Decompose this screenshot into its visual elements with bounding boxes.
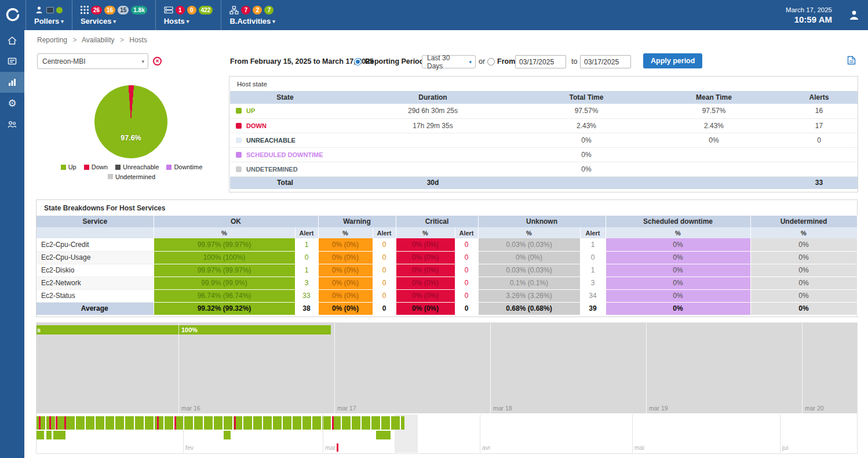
ok-percent-cell: 99.9% (99.9%) [154, 277, 295, 289]
from-date-input[interactable] [515, 55, 566, 68]
hosts-unreachable-badge[interactable]: 0 [187, 6, 196, 14]
sub-col: Alert [373, 227, 396, 238]
timeline-day-label: mar 19 [649, 405, 668, 412]
unknown-alert-cell: 34 [580, 289, 606, 302]
critical-percent-cell: 0% (0%) [396, 302, 455, 315]
centreon-reporting-page: Pollers▾ 26 16 15 1.8k Services▾ 1 0 422… [0, 0, 868, 458]
apply-period-button[interactable]: Apply period [643, 53, 702, 68]
services-unknown-badge[interactable]: 15 [118, 6, 129, 14]
total-label-cell: Total [230, 176, 340, 189]
mean-time-cell [647, 162, 781, 176]
breadcrumb-reporting[interactable]: Reporting [37, 36, 67, 44]
nav-hosts[interactable]: 1 0 422 Hosts▾ [155, 0, 221, 30]
nav-pollers[interactable]: Pollers▾ [25, 0, 72, 30]
unknown-percent-cell: 3.26% (3.26%) [478, 289, 580, 302]
mean-time-cell: 97.57% [647, 104, 781, 118]
critical-percent-cell: 0% (0%) [396, 251, 455, 264]
reporting-period-radio[interactable] [354, 58, 362, 66]
ba-ok-badge[interactable]: 7 [264, 6, 273, 14]
timeline-main-plot[interactable]: s 100% mar 16mar 17mar 18mar 19mar 20 [37, 323, 857, 413]
warning-alert-cell: 0 [373, 251, 396, 264]
sub-col: % [606, 227, 750, 238]
state-cell: UP [230, 104, 340, 118]
chevron-down-icon: ▾ [187, 19, 189, 24]
ok-percent-cell: 99.97% (99.97%) [154, 238, 295, 251]
critical-alert-cell: 0 [455, 302, 478, 315]
host-filter-select[interactable]: Centreon-MBI ▾ [37, 53, 148, 69]
down-event-line [64, 416, 66, 430]
timeline-gridline [323, 415, 323, 453]
state-cell: DOWN [230, 118, 340, 133]
sub-col: % [478, 227, 580, 238]
scheduled-downtime-cell: 0% [606, 238, 750, 251]
total-alerts-cell: 33 [781, 176, 858, 189]
col-alerts: Alerts [781, 91, 858, 104]
ok-percent-cell: 99.32% (99.32%) [154, 302, 295, 315]
unknown-alert-cell: 0 [580, 251, 606, 264]
clear-filter-icon[interactable]: ✕ [153, 57, 162, 66]
sidebar-item-reporting[interactable] [0, 72, 24, 93]
services-ok-badge[interactable]: 1.8k [131, 6, 147, 14]
mean-time-cell: 2.43% [647, 118, 781, 133]
alerts-cell: 17 [781, 118, 858, 133]
up-state-swatch [236, 108, 242, 114]
sidebar-item-administration[interactable] [0, 114, 24, 135]
chevron-down-icon: ▾ [141, 59, 144, 64]
host-state-title: Host state [229, 77, 858, 91]
timeline-day-label: mar 17 [337, 405, 356, 412]
service-breakdown-panel: State Breakdowns For Host Services Servi… [36, 199, 858, 317]
breadcrumb-availability[interactable]: Availability [82, 36, 114, 44]
sidebar-item-monitoring[interactable] [0, 51, 24, 72]
timeline-mini-plot[interactable]: fevmaravrmaijui [37, 415, 857, 453]
scheduled-downtime-swatch [236, 152, 242, 158]
timeline-gridline [480, 415, 480, 453]
ok-alert-cell: 0 [295, 251, 318, 264]
critical-percent-cell: 0% (0%) [396, 238, 455, 251]
undetermined-state-swatch [236, 166, 242, 172]
sidebar-item-configuration[interactable]: ⚙ [0, 93, 24, 114]
custom-period-radio[interactable] [487, 58, 495, 66]
warning-percent-cell: 0% (0%) [318, 251, 373, 264]
hosts-up-badge[interactable]: 422 [199, 6, 213, 14]
availability-pie[interactable] [94, 85, 167, 158]
breadcrumb: Reporting > Availability > Hosts [37, 36, 147, 44]
export-report-icon[interactable] [847, 56, 856, 67]
scheduled-downtime-cell: 0% [606, 302, 750, 315]
period-select[interactable]: Last 30 Days ▾ [422, 55, 476, 68]
timeline-day-label: mar 20 [805, 405, 824, 412]
col-critical: Critical [396, 216, 478, 227]
ba-critical-badge[interactable]: 7 [241, 6, 250, 14]
to-date-input[interactable] [580, 55, 631, 68]
hosts-down-badge[interactable]: 1 [176, 6, 185, 14]
duration-cell [340, 162, 526, 176]
timeline-month-label: mar [325, 444, 335, 451]
services-warning-badge[interactable]: 16 [104, 6, 115, 14]
col-state: State [230, 91, 340, 104]
critical-percent-cell: 0% (0%) [396, 277, 455, 289]
sidebar-item-home[interactable] [0, 30, 24, 51]
service-name: Ec2-Cpu-Credit [37, 238, 154, 251]
alerts-cell [781, 162, 858, 176]
timeline-gridline [183, 415, 184, 453]
state-cell: SCHEDULED DOWNTIME [230, 147, 340, 162]
scheduled-downtime-cell: 0% [606, 264, 750, 277]
table-row: Ec2-Status 96.74% (96.74%) 33 0% (0%) 0 … [37, 289, 857, 302]
critical-alert-cell: 0 [455, 264, 478, 277]
warning-percent-cell: 0% (0%) [318, 264, 373, 277]
table-row: UNREACHABLE 0% 0% 0 [230, 133, 858, 147]
user-menu-button[interactable] [840, 0, 868, 30]
timeline-gridline [632, 415, 633, 453]
chevron-down-icon: ▾ [113, 19, 116, 24]
total-time-cell: 97.57% [526, 104, 647, 118]
down-event-line [39, 416, 41, 430]
col-total-time: Total Time [526, 91, 647, 104]
nav-services[interactable]: 26 16 15 1.8k Services▾ [72, 0, 155, 30]
ba-warning-badge[interactable]: 2 [253, 6, 262, 14]
duration-cell [340, 133, 526, 147]
nav-bactivities[interactable]: 7 2 7 B.Activities▾ [221, 0, 283, 30]
duration-cell: 17h 29m 35s [340, 118, 526, 133]
host-filter-value: Centreon-MBI [42, 57, 86, 66]
breakdown-table: Service OK Warning Critical Unknown Sche… [37, 216, 858, 315]
centreon-logo[interactable] [0, 0, 25, 30]
services-critical-badge[interactable]: 26 [91, 6, 102, 14]
